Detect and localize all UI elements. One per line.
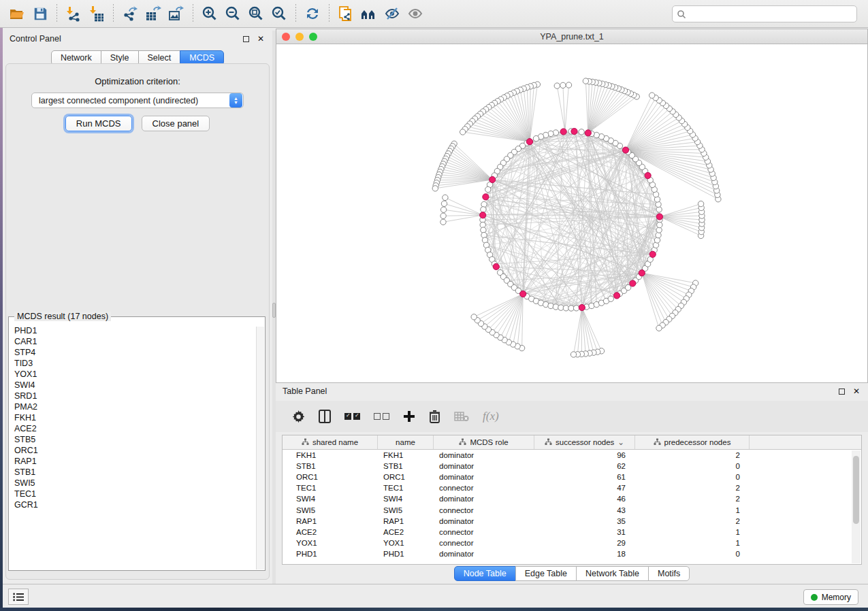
cell-predecessor-nodes[interactable]: 0: [635, 550, 750, 558]
mcds-result-scrollbar[interactable]: [256, 327, 264, 569]
mcds-result-item[interactable]: ACE2: [14, 423, 255, 434]
table-row[interactable]: PHD1PHD1dominator180: [283, 548, 861, 559]
cell-MCDS-role[interactable]: connector: [434, 539, 534, 547]
cell-successor-nodes[interactable]: 35: [534, 517, 635, 525]
function-builder-icon[interactable]: f(x): [483, 408, 499, 425]
cell-predecessor-nodes[interactable]: 1: [635, 506, 750, 514]
run-mcds-button[interactable]: Run MCDS: [65, 116, 132, 131]
cell-successor-nodes[interactable]: 96: [534, 451, 635, 459]
mcds-result-item[interactable]: RAP1: [14, 456, 255, 467]
select-all-icon[interactable]: [344, 408, 360, 425]
cell-predecessor-nodes[interactable]: 2: [635, 517, 750, 525]
cell-successor-nodes[interactable]: 62: [534, 462, 635, 470]
tab-edge-table[interactable]: Edge Table: [515, 566, 577, 581]
mcds-result-item[interactable]: FKH1: [14, 412, 255, 423]
close-table-panel-icon[interactable]: ✕: [852, 386, 861, 396]
float-table-panel-icon[interactable]: [837, 386, 846, 396]
cell-name[interactable]: YOX1: [378, 539, 434, 547]
delete-table-icon[interactable]: [454, 408, 469, 425]
mcds-result-item[interactable]: PMA2: [14, 401, 255, 412]
cell-predecessor-nodes[interactable]: 2: [635, 484, 750, 492]
close-panel-button[interactable]: Close panel: [142, 116, 210, 131]
mcds-result-item[interactable]: CAR1: [14, 336, 255, 347]
network-canvas[interactable]: [276, 44, 867, 382]
column-header-predecessor-nodes[interactable]: predecessor nodes: [635, 435, 750, 449]
table-row[interactable]: YOX1YOX1connector291: [283, 538, 861, 548]
cell-MCDS-role[interactable]: dominator: [434, 462, 534, 470]
zoom-out-icon[interactable]: [221, 3, 244, 24]
apply-layout-icon[interactable]: [301, 3, 324, 24]
new-network-from-selection-icon[interactable]: [334, 3, 357, 24]
cell-MCDS-role[interactable]: dominator: [434, 473, 534, 481]
table-row[interactable]: RAP1RAP1dominator352: [283, 516, 861, 527]
search-input[interactable]: [686, 7, 852, 21]
cell-shared-name[interactable]: STB1: [283, 462, 378, 470]
cell-shared-name[interactable]: SWI4: [283, 495, 378, 503]
mcds-result-item[interactable]: STB5: [14, 434, 255, 445]
column-header-MCDS-role[interactable]: MCDS role: [434, 435, 534, 449]
cell-MCDS-role[interactable]: connector: [434, 484, 534, 492]
import-table-icon[interactable]: [85, 3, 108, 24]
task-history-button[interactable]: [8, 589, 29, 605]
mcds-result-item[interactable]: ORC1: [14, 445, 255, 456]
cell-MCDS-role[interactable]: dominator: [434, 451, 534, 459]
table-row[interactable]: STB1STB1dominator620: [283, 461, 861, 472]
column-header-name[interactable]: name: [378, 435, 434, 449]
cell-name[interactable]: STB1: [378, 462, 434, 470]
first-neighbors-icon[interactable]: [357, 3, 381, 24]
add-row-icon[interactable]: [403, 408, 415, 425]
cell-MCDS-role[interactable]: connector: [434, 506, 534, 514]
table-row[interactable]: ACE2ACE2connector311: [283, 527, 861, 538]
cell-predecessor-nodes[interactable]: 2: [635, 495, 750, 503]
optimization-criterion-dropdown[interactable]: largest connected component (undirected)…: [31, 93, 244, 108]
mcds-result-item[interactable]: TEC1: [14, 489, 255, 499]
zoom-fit-icon[interactable]: [244, 3, 268, 24]
export-image-icon[interactable]: [165, 3, 188, 24]
column-header-successor-nodes[interactable]: successor nodes⌄: [534, 435, 635, 449]
zoom-selected-icon[interactable]: [268, 3, 291, 24]
cell-shared-name[interactable]: SWI5: [283, 506, 378, 514]
cell-shared-name[interactable]: RAP1: [283, 517, 378, 525]
column-chooser-icon[interactable]: [319, 408, 331, 425]
zoom-in-icon[interactable]: [198, 3, 221, 24]
cell-MCDS-role[interactable]: dominator: [434, 495, 534, 503]
cell-name[interactable]: SWI4: [378, 495, 434, 503]
table-row[interactable]: TEC1TEC1connector472: [283, 482, 861, 493]
mcds-result-item[interactable]: PHD1: [14, 325, 255, 336]
close-panel-icon[interactable]: ✕: [256, 34, 266, 44]
cell-shared-name[interactable]: ACE2: [283, 528, 378, 536]
cell-predecessor-nodes[interactable]: 0: [635, 462, 750, 470]
cell-shared-name[interactable]: YOX1: [283, 539, 378, 547]
cell-shared-name[interactable]: TEC1: [283, 484, 378, 492]
cell-MCDS-role[interactable]: connector: [434, 528, 534, 536]
cell-successor-nodes[interactable]: 46: [534, 495, 635, 503]
table-row[interactable]: SWI4SWI4dominator462: [283, 493, 861, 504]
cell-successor-nodes[interactable]: 31: [534, 528, 635, 536]
mcds-result-item[interactable]: SWI4: [14, 380, 255, 391]
cell-predecessor-nodes[interactable]: 1: [635, 528, 750, 536]
table-row[interactable]: ORC1ORC1dominator610: [283, 472, 861, 482]
tab-node-table[interactable]: Node Table: [454, 566, 516, 581]
cell-name[interactable]: FKH1: [378, 451, 434, 459]
cell-shared-name[interactable]: PHD1: [283, 550, 378, 558]
cell-successor-nodes[interactable]: 43: [534, 506, 635, 514]
table-scrollbar[interactable]: [852, 450, 861, 563]
cell-name[interactable]: ORC1: [378, 473, 434, 481]
settings-gear-icon[interactable]: [292, 408, 305, 425]
cell-predecessor-nodes[interactable]: 1: [635, 539, 750, 547]
mcds-result-item[interactable]: SWI5: [14, 478, 255, 489]
mcds-result-item[interactable]: STP4: [14, 347, 255, 358]
import-network-icon[interactable]: [62, 3, 85, 24]
float-panel-icon[interactable]: [241, 34, 251, 44]
cell-name[interactable]: RAP1: [378, 517, 434, 525]
table-row[interactable]: SWI5SWI5connector431: [283, 504, 861, 515]
cell-successor-nodes[interactable]: 47: [534, 484, 635, 492]
export-network-icon[interactable]: [118, 3, 142, 24]
cell-name[interactable]: PHD1: [378, 550, 434, 558]
hide-selected-icon[interactable]: [381, 3, 404, 24]
cell-name[interactable]: SWI5: [378, 506, 434, 514]
save-session-icon[interactable]: [29, 3, 52, 24]
mcds-result-item[interactable]: GCR1: [14, 499, 255, 510]
delete-row-icon[interactable]: [429, 408, 440, 425]
tab-motifs[interactable]: Motifs: [648, 566, 690, 581]
